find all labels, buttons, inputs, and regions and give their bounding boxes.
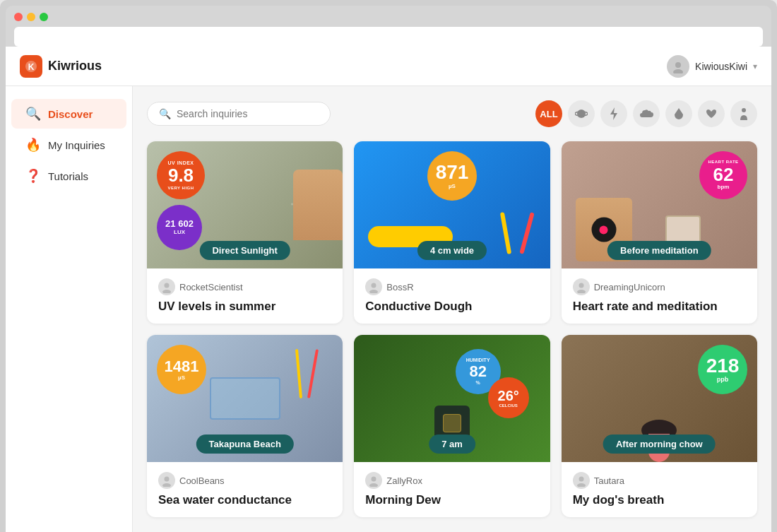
sidebar-item-my-inquiries[interactable]: 🔥 My Inquiries — [11, 130, 126, 160]
svg-text:K: K — [28, 62, 35, 72]
wire-yellow — [499, 212, 511, 254]
card-conductive-dough[interactable]: 871 µS 4 cm wide — [354, 141, 550, 324]
author-name-dough: BossR — [386, 282, 413, 292]
card-image-dog: 218 ppb A — [562, 335, 757, 462]
svg-point-3 — [673, 69, 683, 73]
card-label-after-chow: After morning chow — [603, 435, 716, 454]
sidebar-item-discover[interactable]: 🔍 Discover — [11, 99, 126, 129]
sidebar-item-tutorials-label: Tutorials — [48, 170, 88, 182]
author-avatar-uv — [158, 278, 175, 295]
card-title-dough: Conductive Dough — [365, 300, 538, 314]
svg-point-2 — [675, 62, 681, 68]
drop-icon — [674, 107, 684, 120]
author-name-dew: ZallyRox — [386, 475, 422, 486]
card-author-water: CoolBeans — [158, 472, 331, 489]
dot-green — [40, 13, 48, 21]
hand-graphic — [293, 170, 343, 240]
avatar — [667, 55, 689, 78]
card-label-before-meditation: Before meditation — [607, 241, 711, 260]
card-label-7am: 7 am — [429, 435, 475, 454]
filter-planet[interactable] — [568, 100, 595, 127]
uv-value: 9.8 — [168, 165, 194, 186]
badge-ppb: 218 ppb — [698, 345, 747, 394]
badge-uv: UV INDEX 9.8 VERY HIGH — [157, 151, 205, 199]
filter-heart[interactable] — [698, 100, 725, 127]
card-sea-water[interactable]: 1481 µS Takapuna Beach — [147, 335, 343, 517]
brand: K Kiwrious — [20, 55, 102, 78]
card-body-water: CoolBeans Sea water conductance — [147, 462, 343, 517]
chevron-down-icon[interactable]: ▾ — [753, 61, 757, 71]
card-dog-breath[interactable]: 218 ppb A — [562, 335, 757, 517]
card-title-dog: My dog's breath — [573, 493, 746, 507]
svg-point-14 — [165, 477, 170, 482]
author-avatar-water — [158, 472, 175, 489]
card-uv-levels[interactable]: UV INDEX 9.8 VERY HIGH 21 602 LUX — [147, 141, 343, 324]
lightning-icon — [609, 107, 619, 120]
person-icon — [739, 107, 749, 120]
filter-drop[interactable] — [665, 100, 692, 127]
hr-sublabel: bpm — [718, 184, 730, 191]
svg-point-8 — [165, 283, 170, 288]
card-label-4cm: 4 cm wide — [417, 241, 487, 260]
svg-point-12 — [579, 283, 583, 288]
wire-yellow-2 — [295, 349, 302, 398]
svg-point-10 — [372, 283, 376, 288]
resistance-value: 871 — [436, 162, 469, 184]
author-avatar-dew — [365, 472, 382, 489]
badge-temp: 26° CELCIUS — [488, 377, 529, 418]
hr-value: 62 — [713, 165, 734, 185]
sidebar-item-tutorials[interactable]: ❓ Tutorials — [11, 161, 126, 191]
card-image-dew: HUMIDITY 82 % 26° CELCIUS — [354, 335, 550, 462]
svg-point-13 — [577, 290, 586, 293]
humidity-sublabel: % — [476, 380, 480, 386]
author-name-dog: Tautara — [594, 475, 624, 486]
conductance-sublabel: µS — [178, 375, 185, 382]
card-image-uv: UV INDEX 9.8 VERY HIGH 21 602 LUX — [147, 141, 343, 268]
navbar-right: KiwiousKiwi ▾ — [667, 55, 757, 78]
card-body-dew: ZallyRox Morning Dew — [354, 462, 550, 517]
card-author-dew: ZallyRox — [365, 472, 538, 489]
card-image-heart: HEART RATE 62 bpm — [562, 141, 757, 268]
card-image-water: 1481 µS Takapuna Beach — [147, 335, 343, 462]
filter-person[interactable] — [730, 100, 757, 127]
heart-icon — [705, 108, 718, 119]
dot-red — [14, 13, 23, 21]
address-bar[interactable] — [14, 27, 763, 47]
search-box[interactable]: 🔍 — [147, 102, 331, 126]
question-icon: ❓ — [25, 168, 41, 184]
discover-icon: 🔍 — [25, 106, 41, 122]
ppb-value: 218 — [706, 355, 740, 377]
svg-point-4 — [577, 110, 586, 118]
card-body-dough: BossR Conductive Dough — [354, 268, 550, 324]
planet-icon — [575, 107, 588, 120]
card-morning-dew[interactable]: HUMIDITY 82 % 26° CELCIUS — [354, 335, 550, 517]
wire-red — [519, 212, 534, 254]
svg-point-7 — [742, 108, 746, 112]
search-input[interactable] — [177, 108, 319, 119]
filter-cloud[interactable] — [633, 100, 660, 127]
svg-point-16 — [372, 477, 376, 482]
card-body-dog: Tautara My dog's breath — [562, 462, 757, 517]
author-avatar-dog — [573, 472, 590, 489]
temp-value: 26° — [498, 388, 519, 403]
lux-sublabel: LUX — [174, 230, 185, 236]
card-author-heart: DreamingUnicorn — [573, 278, 746, 295]
card-title-heart: Heart rate and meditation — [573, 300, 746, 314]
card-body-heart: DreamingUnicorn Heart rate and meditatio… — [562, 268, 757, 324]
lux-value: 21 602 — [165, 219, 194, 229]
sidebar-item-inquiries-label: My Inquiries — [48, 139, 105, 151]
navbar: K Kiwrious KiwiousKiwi ▾ — [6, 47, 771, 86]
filter-lightning[interactable] — [600, 100, 627, 127]
brand-icon: K — [20, 55, 42, 78]
water-container — [210, 377, 280, 420]
badge-conductance: 1481 µS — [157, 345, 206, 394]
card-title-uv: UV levels in summer — [158, 300, 331, 314]
card-body-uv: RocketScientist UV levels in summer — [147, 268, 343, 324]
card-heart-rate[interactable]: HEART RATE 62 bpm — [562, 141, 757, 324]
filter-all[interactable]: ALL — [535, 100, 562, 127]
temp-sublabel: CELCIUS — [499, 403, 517, 408]
content-area: 🔍 ALL — [133, 86, 771, 532]
card-image-dough: 871 µS 4 cm wide — [354, 141, 550, 268]
svg-point-11 — [369, 290, 378, 293]
author-name-heart: DreamingUnicorn — [594, 282, 665, 292]
